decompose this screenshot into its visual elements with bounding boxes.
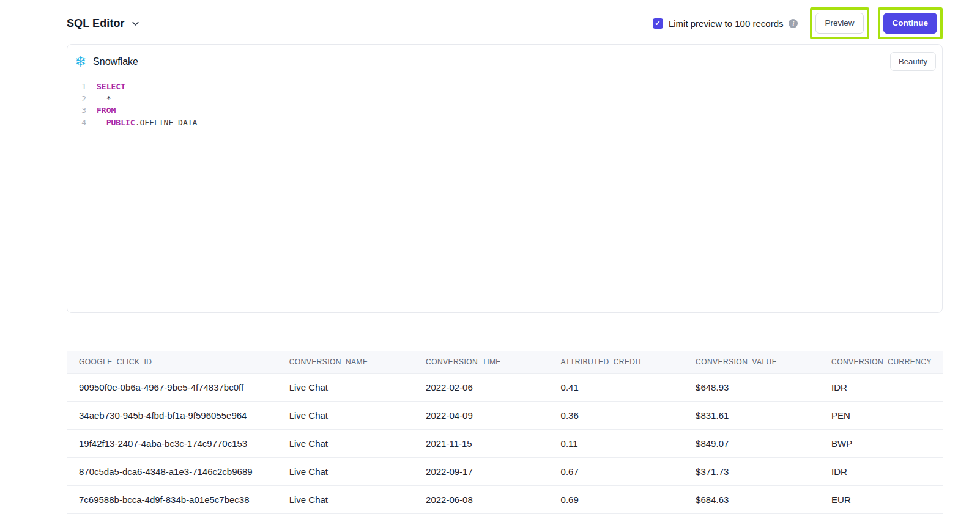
- limit-preview-checkbox[interactable]: ✓: [653, 18, 663, 29]
- sql-editor-panel: ❄ Snowflake Beautify 1SELECT2 *3FROM4 PU…: [67, 44, 943, 313]
- column-header: CONVERSION_CURRENCY: [819, 351, 943, 374]
- code-text: PUBLIC.OFFLINE_DATA: [97, 117, 197, 129]
- table-cell: EUR: [819, 486, 943, 514]
- editor-header: ❄ Snowflake Beautify: [67, 45, 942, 77]
- table-cell: 2022-04-09: [414, 402, 549, 430]
- code-text: FROM: [97, 105, 116, 117]
- page-title: SQL Editor: [67, 17, 125, 30]
- table-cell: Live Chat: [277, 486, 414, 514]
- table-header-row: GOOGLE_CLICK_IDCONVERSION_NAMECONVERSION…: [67, 351, 943, 374]
- table-cell: 2021-11-15: [414, 430, 549, 458]
- table-cell: $371.73: [683, 458, 819, 486]
- limit-preview-label: Limit preview to 100 records: [669, 18, 784, 29]
- table-row: 7c69588b-bcca-4d9f-834b-a01e5c7bec38Live…: [67, 486, 943, 514]
- table-cell: Live Chat: [277, 374, 414, 402]
- limit-preview-group: ✓ Limit preview to 100 records i: [653, 18, 798, 29]
- table-cell: Live Chat: [277, 430, 414, 458]
- table-cell: IDR: [819, 374, 943, 402]
- continue-button[interactable]: Continue: [883, 13, 938, 34]
- line-number: 3: [75, 105, 86, 117]
- table-cell: 870c5da5-dca6-4348-a1e3-7146c2cb9689: [67, 458, 277, 486]
- table-cell: 0.41: [549, 374, 684, 402]
- table-cell: 0.36: [549, 402, 684, 430]
- table-cell: 2022-09-17: [414, 458, 549, 486]
- code-line: 1SELECT: [75, 81, 942, 93]
- table-cell: IDR: [819, 458, 943, 486]
- sql-code-editor[interactable]: 1SELECT2 *3FROM4 PUBLIC.OFFLINE_DATA: [67, 77, 942, 128]
- code-line: 2 *: [75, 93, 942, 105]
- table-cell: 90950f0e-0b6a-4967-9be5-4f74837bc0ff: [67, 374, 277, 402]
- chevron-down-icon: [131, 19, 140, 28]
- page: SQL Editor ✓ Limit preview to 100 record…: [0, 0, 980, 530]
- table-cell: 7c69588b-bcca-4d9f-834b-a01e5c7bec38: [67, 486, 277, 514]
- column-header: CONVERSION_NAME: [277, 351, 414, 374]
- annotation-box-preview: Preview: [810, 7, 869, 39]
- column-header: GOOGLE_CLICK_ID: [67, 351, 277, 374]
- code-line: 3FROM: [75, 105, 942, 117]
- checkmark-icon: ✓: [655, 20, 661, 27]
- line-number: 4: [75, 117, 86, 129]
- table-cell: BWP: [819, 430, 943, 458]
- annotation-box-continue: Continue: [878, 7, 943, 39]
- table-cell: 19f42f13-2407-4aba-bc3c-174c9770c153: [67, 430, 277, 458]
- table-cell: $648.93: [683, 374, 819, 402]
- table-cell: 0.69: [549, 486, 684, 514]
- table-row: 90950f0e-0b6a-4967-9be5-4f74837bc0ffLive…: [67, 374, 943, 402]
- table-cell: $831.61: [683, 402, 819, 430]
- table-row: 19f42f13-2407-4aba-bc3c-174c9770c153Live…: [67, 430, 943, 458]
- code-text: SELECT: [97, 81, 125, 93]
- topbar-actions: ✓ Limit preview to 100 records i Preview…: [653, 7, 943, 39]
- line-number: 1: [75, 81, 86, 93]
- connector-name: Snowflake: [93, 56, 138, 67]
- line-number: 2: [75, 93, 86, 105]
- table-row: 870c5da5-dca6-4348-a1e3-7146c2cb9689Live…: [67, 458, 943, 486]
- table-cell: Live Chat: [277, 458, 414, 486]
- info-icon[interactable]: i: [789, 19, 798, 28]
- table-cell: 0.67: [549, 458, 684, 486]
- connector-label: ❄ Snowflake: [75, 54, 138, 69]
- table-cell: 34aeb730-945b-4fbd-bf1a-9f596055e964: [67, 402, 277, 430]
- topbar: SQL Editor ✓ Limit preview to 100 record…: [0, 0, 980, 44]
- preview-button[interactable]: Preview: [815, 13, 863, 34]
- table-cell: Live Chat: [277, 402, 414, 430]
- table-cell: 0.11: [549, 430, 684, 458]
- table-cell: 2022-02-06: [414, 374, 549, 402]
- beautify-button[interactable]: Beautify: [890, 52, 936, 71]
- column-header: CONVERSION_VALUE: [683, 351, 819, 374]
- code-text: *: [97, 93, 111, 105]
- table-cell: $684.63: [683, 486, 819, 514]
- table-cell: $849.07: [683, 430, 819, 458]
- sql-editor-title-dropdown[interactable]: SQL Editor: [67, 17, 140, 30]
- code-line: 4 PUBLIC.OFFLINE_DATA: [75, 117, 942, 129]
- column-header: ATTRIBUTED_CREDIT: [549, 351, 684, 374]
- results-table-container: GOOGLE_CLICK_IDCONVERSION_NAMECONVERSION…: [67, 351, 943, 514]
- table-cell: PEN: [819, 402, 943, 430]
- table-cell: 2022-06-08: [414, 486, 549, 514]
- column-header: CONVERSION_TIME: [414, 351, 549, 374]
- results-table: GOOGLE_CLICK_IDCONVERSION_NAMECONVERSION…: [67, 351, 943, 514]
- table-row: 34aeb730-945b-4fbd-bf1a-9f596055e964Live…: [67, 402, 943, 430]
- snowflake-icon: ❄: [75, 54, 87, 69]
